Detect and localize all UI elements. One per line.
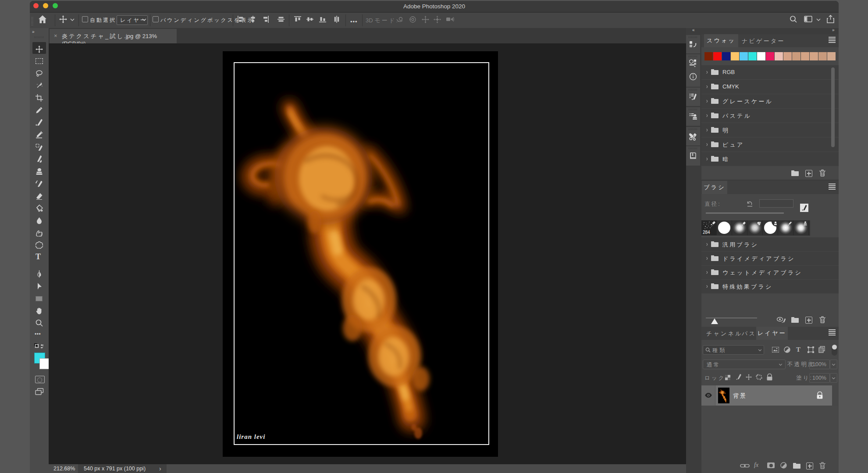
svg-text:284: 284	[703, 230, 710, 235]
